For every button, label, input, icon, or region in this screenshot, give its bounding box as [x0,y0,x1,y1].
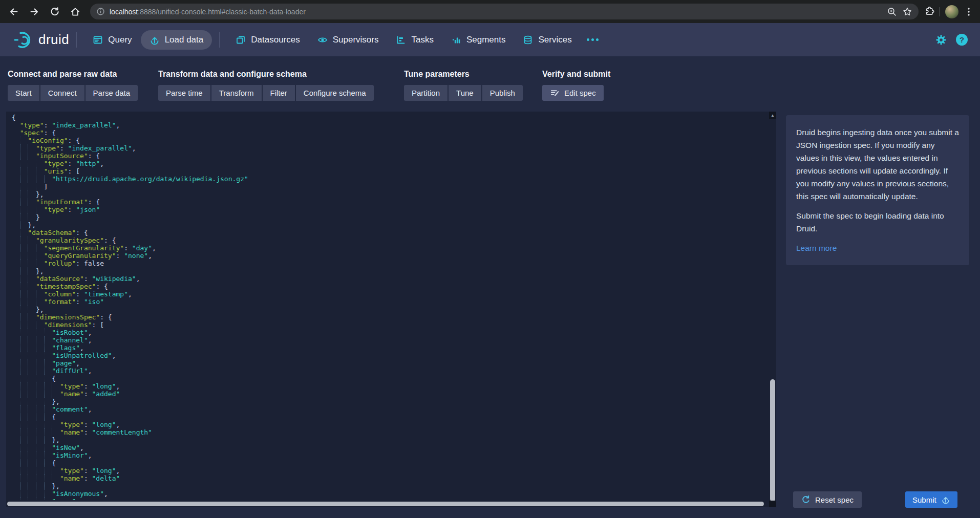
forward-arrow-icon [29,7,39,17]
step-button-edit-spec[interactable]: Edit spec [542,85,604,101]
code-line: }, [12,436,768,444]
address-bar[interactable]: localhost:8888/unified-console.html#clas… [90,4,919,19]
url-path: :8888/unified-console.html#classic-batch… [138,8,306,16]
upload-icon [150,35,160,45]
extensions-icon[interactable] [924,6,934,17]
code-line: { [12,413,768,421]
submit-button[interactable]: Submit [905,491,957,508]
zoom-icon[interactable] [887,7,897,17]
editor-vertical-scrollbar[interactable]: ▲ [769,112,776,507]
code-line: ] [12,183,768,190]
step-button-filter[interactable]: Filter [263,85,295,101]
reload-button[interactable] [46,3,63,20]
druid-logo[interactable]: druid [13,30,69,50]
code-line: }, [12,267,768,275]
step-button-start[interactable]: Start [8,85,39,101]
code-line: "isUnpatrolled", [12,352,768,359]
code-line: "diffUrl", [12,367,768,375]
url-text: localhost:8888/unified-console.html#clas… [110,8,887,16]
nav-tab-label: Tasks [411,35,433,45]
step-group-title: Connect and parse raw data [8,70,138,79]
code-line: "queryGranularity": "none", [12,252,768,260]
step-group-verify: Verify and submit Edit spec [542,70,610,101]
nav-tab-label: Supervisors [333,35,379,45]
scroll-up-button[interactable]: ▲ [769,112,776,119]
back-button[interactable] [5,3,23,20]
url-host: localhost [110,8,138,16]
step-group-transform: Transform data and configure schema Pars… [158,70,374,101]
step-button-publish[interactable]: Publish [482,85,523,101]
gear-icon[interactable] [935,34,947,46]
nav-tab-label: Segments [466,35,506,45]
nav-tab-tasks[interactable]: Tasks [387,30,442,50]
help-icon[interactable]: ? [956,34,968,46]
code-line: "isRobot", [12,329,768,336]
code-line: }, [12,398,768,405]
druid-logo-text: druid [38,32,69,48]
code-line: "channel", [12,336,768,344]
nav-tab-services[interactable]: Services [514,30,580,50]
nav-tab-datasources[interactable]: Datasources [227,30,308,50]
code-line: "name": "delta" [12,474,768,482]
code-area[interactable]: { "type": "index_parallel", "spec": { "i… [12,114,768,500]
code-line: "type": "long", [12,382,768,390]
nav-tab-label: Datasources [251,35,300,45]
learn-more-link[interactable]: Learn more [796,244,837,252]
code-line: }, [12,482,768,490]
step-group-title: Tune parameters [404,70,523,79]
horizontal-scroll-thumb[interactable] [7,502,764,506]
submit-upload-icon [941,495,950,504]
reset-icon [801,495,811,504]
step-button-transform[interactable]: Transform [211,85,262,101]
scrollbar-corner [769,501,776,507]
code-line: }, [12,221,768,229]
step-button-partition[interactable]: Partition [404,85,448,101]
nav-tab-supervisors[interactable]: Supervisors [309,30,388,50]
edit-spec-icon [550,88,560,98]
vertical-scroll-thumb[interactable] [770,379,775,502]
step-button-tune[interactable]: Tune [449,85,481,101]
code-line: "dimensionsSpec": { [12,313,768,321]
nav-tab-query[interactable]: Query [84,30,140,50]
code-line: "inputFormat": { [12,198,768,206]
step-button-configure-schema[interactable]: Configure schema [296,85,374,101]
nav-tab-label: Load data [165,35,204,45]
nav-tab-label: Query [108,35,132,45]
console-icon [93,35,103,45]
profile-avatar[interactable] [945,5,958,18]
code-line: "uris": [ [12,167,768,175]
step-button-parse-data[interactable]: Parse data [86,85,138,101]
code-line: "https://druid.apache.org/data/wikipedia… [12,175,768,183]
json-spec-editor[interactable]: { "type": "index_parallel", "spec": { "i… [6,112,776,507]
code-line: "type": "json" [12,206,768,213]
site-info-icon[interactable] [96,7,105,16]
home-button[interactable] [67,3,84,20]
step-button-parse-time[interactable]: Parse time [158,85,210,101]
bookmark-star-icon[interactable] [902,7,912,17]
reset-spec-button[interactable]: Reset spec [793,491,862,508]
help-paragraph: Submit the spec to begin loading data in… [796,209,959,235]
forward-button[interactable] [26,3,43,20]
code-line: "type": "long", [12,467,768,474]
code-line: }, [12,306,768,313]
code-line: "isNew", [12,444,768,451]
help-paragraph: Druid begins ingesting data once you sub… [796,126,959,203]
help-panel: Druid begins ingesting data once you sub… [786,115,969,265]
nav-tab-segments[interactable]: Segments [442,30,515,50]
code-line: "page", [12,359,768,367]
editor-horizontal-scrollbar[interactable] [6,501,769,507]
nav-tab-load-data[interactable]: Load data [141,30,212,50]
code-line: "format": "iso" [12,298,768,306]
step-button-connect[interactable]: Connect [40,85,84,101]
code-line: "isAnonymous", [12,490,768,498]
nav-more-button[interactable] [581,33,605,46]
nav-divider [219,32,220,48]
gantt-icon [396,35,406,45]
code-line: "isMinor", [12,451,768,459]
nav-tab-label: Services [538,35,571,45]
code-line: { [12,375,768,382]
code-line: "type": "index_parallel", [12,144,768,152]
step-group-title: Verify and submit [542,70,610,79]
browser-menu-icon[interactable] [964,7,974,17]
code-line: "granularitySpec": { [12,236,768,244]
